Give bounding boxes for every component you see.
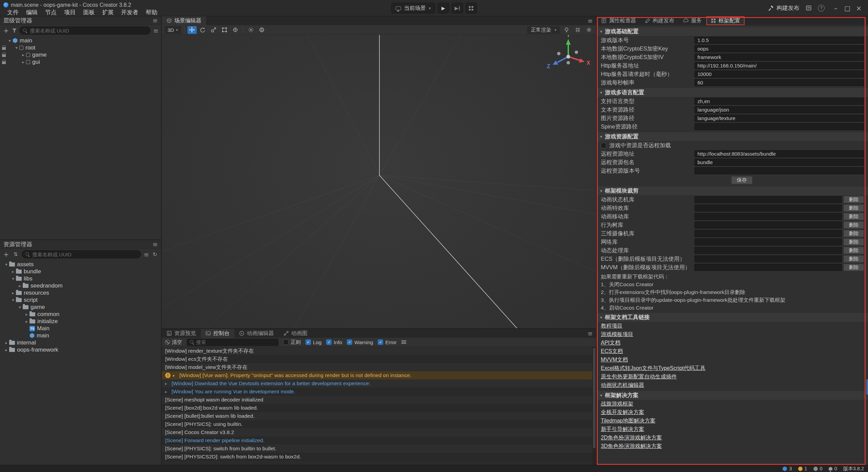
collapse-identical-icon[interactable] — [401, 340, 406, 344]
link-Excel格式转Json文件与TypeScript代码工具[interactable]: Excel格式转Json文件与TypeScript代码工具 — [601, 365, 706, 372]
delete-button[interactable]: 删除 — [844, 196, 864, 203]
tree-arrow-icon[interactable]: ▾ — [10, 276, 16, 281]
scene-viewport[interactable]: Y X Z — [162, 35, 596, 328]
tree-row-internal[interactable]: ▸internal — [0, 339, 161, 346]
log-row[interactable]: [Scene] [bullet]:bullet wasm lib loaded. — [162, 412, 596, 420]
transform-tool-button[interactable] — [231, 26, 240, 34]
build-publish-button[interactable]: 构建发布 — [768, 4, 800, 12]
scene-grid-button[interactable] — [573, 26, 582, 34]
tree-arrow-icon[interactable]: ▸ — [10, 269, 16, 274]
status-notifications[interactable]: 0 — [829, 466, 837, 471]
input-游戏版本号[interactable] — [694, 37, 864, 44]
tree-arrow-icon[interactable]: ▾ — [17, 305, 23, 310]
scale-tool-button[interactable] — [209, 26, 218, 34]
menu-item[interactable]: 文件 — [3, 8, 22, 16]
link-API文档[interactable]: API文档 — [601, 339, 620, 347]
link-原生包热更新配置自动生成插件[interactable]: 原生包热更新配置自动生成插件 — [601, 373, 677, 380]
rotate-tool-button[interactable] — [198, 26, 208, 34]
sort-assets-icon[interactable]: ⇅ — [12, 251, 19, 257]
lock-icon[interactable] — [2, 61, 6, 64]
section-game-basic[interactable]: ▾游戏基础配置 — [597, 27, 868, 36]
tab-资源预览[interactable]: 资源预览 — [162, 329, 201, 338]
tab-属性检查器[interactable]: 属性检查器 — [597, 16, 640, 25]
projection-3d-button[interactable]: 3D▾ — [164, 26, 181, 34]
tree-row-assets[interactable]: ▾assets — [0, 261, 161, 268]
tree-arrow-icon[interactable]: ▸ — [10, 291, 16, 295]
section-solutions[interactable]: ▾框架解决方案 — [597, 391, 868, 400]
log-row[interactable]: [Window] render_texture文件夹不存在 — [162, 347, 596, 355]
filter-icon[interactable] — [12, 28, 17, 33]
checkbox-icon[interactable] — [601, 143, 606, 148]
tree-arrow-icon[interactable]: ▾ — [14, 45, 19, 50]
delete-button[interactable]: 删除 — [844, 247, 864, 254]
delete-button[interactable]: 删除 — [844, 255, 864, 262]
log-row[interactable]: ▸[Window] You are running Vue in develop… — [162, 388, 596, 396]
link-2D角色扮演游戏解决方案[interactable]: 2D角色扮演游戏解决方案 — [601, 434, 662, 441]
hierarchy-settings-icon[interactable]: ≡ — [153, 27, 158, 34]
tree-arrow-icon[interactable]: ▸ — [3, 348, 9, 352]
link-ECS文档[interactable]: ECS文档 — [601, 348, 623, 355]
menu-item[interactable]: 帮助 — [142, 8, 161, 16]
section-game-language[interactable]: ▾游戏多语言配置 — [597, 88, 868, 97]
tree-arrow-icon[interactable]: ▸ — [24, 312, 29, 317]
lock-icon[interactable] — [2, 54, 6, 57]
console-menu-icon[interactable]: ≡ — [588, 330, 593, 337]
input-本地数据CryptoES加密IV[interactable] — [694, 54, 864, 61]
tree-arrow-icon[interactable]: ▸ — [24, 319, 29, 324]
close-button[interactable]: × — [854, 3, 864, 13]
tree-row-game[interactable]: ▸game — [0, 51, 161, 58]
delete-button[interactable]: 删除 — [844, 221, 864, 229]
menu-item[interactable]: 开发者 — [117, 8, 142, 16]
log-row[interactable]: [Scene] Cocos Creator v3.8.2 — [162, 428, 596, 436]
input-Http服务器地址[interactable] — [694, 62, 864, 69]
preview-options-button[interactable] — [465, 3, 477, 14]
tree-row-bundle[interactable]: ▸bundle — [0, 268, 161, 275]
input-Spine资源路径[interactable] — [694, 123, 864, 130]
link-新手引导解决方案[interactable]: 新手引导解决方案 — [601, 426, 644, 433]
regex-toggle[interactable]: 正则 — [283, 339, 301, 346]
assets-filter-icon[interactable]: ≡ — [144, 251, 149, 258]
link-战旗游戏框架[interactable]: 战旗游戏框架 — [601, 400, 633, 408]
link-教程项目[interactable]: 教程项目 — [601, 322, 623, 330]
link-动画状态机编辑器[interactable]: 动画状态机编辑器 — [601, 382, 644, 389]
axis-gizmo[interactable]: Y X Z — [545, 35, 592, 78]
move-tool-button[interactable] — [188, 26, 197, 34]
tree-row-initialize[interactable]: ▸initialize — [0, 318, 161, 325]
scene-settings-button[interactable] — [584, 26, 593, 34]
delete-button[interactable]: 删除 — [844, 213, 864, 220]
save-button[interactable]: 保存 — [731, 176, 752, 184]
tab-动画编辑器[interactable]: 动画编辑器 — [234, 329, 279, 338]
refresh-assets-icon[interactable]: ↻ — [152, 251, 158, 258]
maximize-button[interactable]: □ — [842, 3, 852, 13]
tab-控制台[interactable]: 控制台 — [201, 329, 234, 338]
log-row[interactable]: [Scene] [PHYSICS2D]: switch from box2d-w… — [162, 453, 596, 461]
tree-arrow-icon[interactable]: ▾ — [7, 38, 13, 43]
expand-arrow-icon[interactable]: ▸ — [165, 390, 169, 394]
view-mode-select[interactable]: 正常渲染▾ — [527, 26, 560, 34]
tree-arrow-icon[interactable]: ▸ — [17, 283, 23, 288]
log-row[interactable]: !▸[Window] [Vue warn]: Property "onInput… — [162, 371, 596, 379]
log-row[interactable]: [Scene] [PHYSICS]: using builtin. — [162, 420, 596, 428]
scrollbar-thumb[interactable] — [593, 348, 595, 448]
filter-Info[interactable]: ✓Info — [326, 339, 342, 345]
section-game-resource[interactable]: ▾游戏资源配置 — [597, 132, 868, 141]
minimize-button[interactable]: – — [831, 3, 841, 13]
expand-arrow-icon[interactable]: ▸ — [165, 381, 169, 386]
build-tasks-icon[interactable] — [806, 5, 812, 11]
help-icon[interactable]: ? — [818, 5, 825, 12]
tree-arrow-icon[interactable]: ▾ — [3, 262, 9, 267]
delete-button[interactable]: 删除 — [844, 230, 864, 237]
delete-button[interactable]: 删除 — [844, 238, 864, 245]
log-row[interactable]: [Window] ecs文件夹不存在 — [162, 355, 596, 363]
scene-panel-menu-icon[interactable]: ≡ — [588, 17, 593, 24]
tree-row-Main[interactable]: TSMain — [0, 325, 161, 332]
coordinate-space-button[interactable] — [257, 26, 267, 34]
create-node-button[interactable]: + — [3, 27, 9, 34]
log-row[interactable]: [Scene] [PHYSICS]: switch from builtin t… — [162, 445, 596, 453]
tree-row-main[interactable]: main — [0, 332, 161, 339]
tree-row-script[interactable]: ▾script — [0, 296, 161, 303]
hierarchy-menu-icon[interactable]: ≡ — [153, 17, 158, 24]
console-search-input[interactable] — [196, 339, 275, 345]
tree-row-gui[interactable]: ▸gui — [0, 58, 161, 65]
input-本地数据CryptoES加密Key[interactable] — [694, 45, 864, 52]
